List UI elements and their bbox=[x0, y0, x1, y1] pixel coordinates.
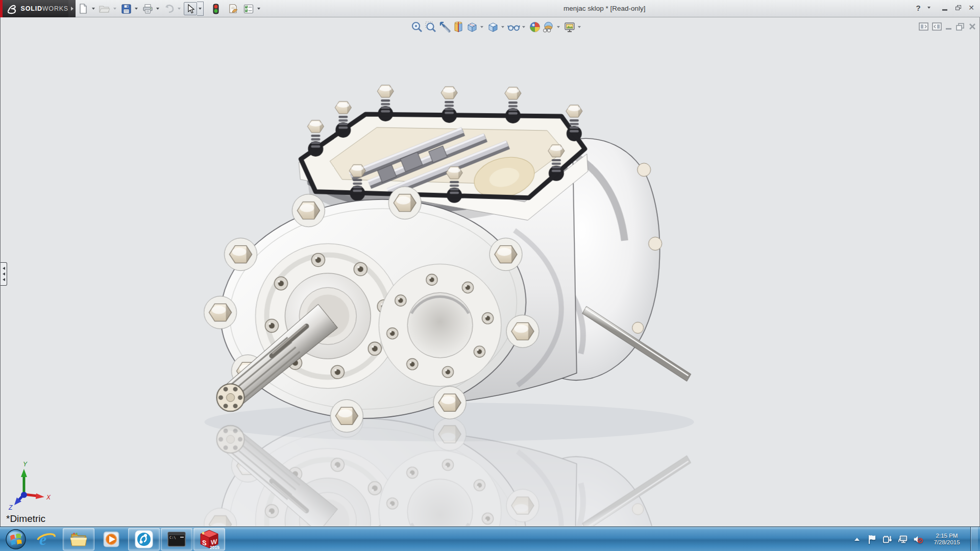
view-orientation-dropdown[interactable] bbox=[479, 20, 485, 34]
edit-appearance-ball-icon bbox=[529, 21, 541, 33]
y-axis-arrow bbox=[21, 469, 27, 477]
standard-toolbar bbox=[77, 1, 263, 16]
media-player-icon bbox=[102, 530, 121, 549]
print-dropdown[interactable] bbox=[154, 2, 161, 15]
taskbar-item-internet-explorer[interactable]: e bbox=[30, 528, 62, 550]
help-dropdown[interactable] bbox=[926, 2, 932, 13]
minimize-button[interactable] bbox=[939, 2, 950, 13]
display-style-dropdown[interactable] bbox=[500, 20, 506, 34]
doc-minimize-button[interactable] bbox=[945, 22, 952, 31]
doc-restore-button[interactable] bbox=[956, 22, 965, 31]
file-properties-button[interactable] bbox=[227, 2, 240, 15]
pane-right-button[interactable] bbox=[932, 22, 942, 31]
undo-icon bbox=[164, 4, 174, 13]
options-checklist-icon bbox=[243, 4, 254, 14]
new-document-button[interactable] bbox=[77, 2, 90, 15]
section-view-icon bbox=[452, 21, 464, 33]
headsup-view-toolbar bbox=[410, 20, 583, 34]
open-dropdown[interactable] bbox=[111, 2, 118, 15]
doc-minimize-icon bbox=[945, 22, 952, 31]
taskbar-item-solidworks[interactable]: S W 2015 bbox=[193, 528, 225, 550]
chevron-left-icon bbox=[3, 267, 5, 270]
share-app-icon bbox=[134, 530, 154, 549]
new-document-dropdown[interactable] bbox=[90, 2, 96, 15]
featuremanager-collapse-tab[interactable] bbox=[1, 262, 7, 286]
show-hidden-icons-button[interactable] bbox=[852, 533, 862, 545]
taskbar-item-command-prompt[interactable]: C:\ bbox=[161, 528, 192, 550]
power-button[interactable] bbox=[883, 533, 893, 545]
previous-view-button[interactable] bbox=[437, 20, 451, 34]
display-style-button[interactable] bbox=[486, 20, 500, 34]
chevron-right-icon bbox=[71, 7, 74, 11]
apply-scene-dropdown[interactable] bbox=[555, 20, 561, 34]
menu-expand-button[interactable] bbox=[68, 0, 76, 17]
help-button[interactable]: ? bbox=[913, 2, 924, 13]
view-settings-dropdown[interactable] bbox=[576, 20, 582, 34]
chevron-up-icon bbox=[854, 538, 860, 541]
y-axis-label: Y bbox=[23, 461, 28, 468]
zoom-to-fit-button[interactable] bbox=[410, 20, 424, 34]
restore-icon bbox=[955, 5, 961, 10]
sw-year-badge: 2015 bbox=[210, 545, 219, 549]
display-style-icon bbox=[487, 21, 499, 33]
system-tray: 2:15 PM 7/28/2015 bbox=[852, 527, 980, 551]
section-view-button[interactable] bbox=[451, 20, 465, 34]
hide-show-items-dropdown[interactable] bbox=[521, 20, 527, 34]
volume-button[interactable] bbox=[913, 533, 923, 545]
gearbox-assembly[interactable] bbox=[204, 85, 691, 432]
view-orientation-icon bbox=[466, 21, 478, 33]
svg-text:e: e bbox=[39, 530, 46, 548]
taskbar-item-media-player[interactable] bbox=[95, 528, 127, 550]
chevron-left-icon bbox=[3, 278, 5, 281]
view-settings-monitor-icon bbox=[564, 21, 576, 33]
zoom-to-area-button[interactable] bbox=[424, 20, 437, 34]
start-button[interactable] bbox=[2, 527, 30, 551]
rebuild-button[interactable] bbox=[209, 2, 223, 15]
save-button[interactable] bbox=[119, 2, 133, 15]
show-desktop-button[interactable] bbox=[970, 527, 978, 551]
console-prompt-text: C:\ bbox=[169, 536, 176, 540]
brand-red-stripe bbox=[0, 0, 3, 17]
3d-model-gearbox[interactable]: Y X Z bbox=[1, 17, 979, 526]
clock-date: 7/28/2015 bbox=[928, 539, 965, 546]
options-button[interactable] bbox=[242, 2, 255, 15]
options-dropdown[interactable] bbox=[255, 2, 262, 15]
restore-button[interactable] bbox=[952, 2, 964, 13]
action-center-flag-icon bbox=[868, 534, 877, 544]
select-button[interactable] bbox=[184, 2, 197, 15]
close-button[interactable]: ✕ bbox=[966, 2, 977, 13]
taskbar-item-windows-explorer[interactable] bbox=[63, 528, 94, 550]
minimize-icon bbox=[942, 9, 947, 11]
chevron-left-icon bbox=[3, 272, 5, 276]
pane-right-icon bbox=[932, 22, 942, 31]
view-settings-button[interactable] bbox=[562, 20, 576, 34]
solidworks-logo[interactable]: SOLIDWORKS bbox=[0, 0, 68, 17]
view-orientation-button[interactable] bbox=[465, 20, 479, 34]
x-axis-arrow bbox=[36, 493, 44, 499]
open-button[interactable] bbox=[98, 2, 111, 15]
command-prompt-icon: C:\ bbox=[167, 531, 186, 547]
hide-show-items-button[interactable] bbox=[507, 20, 521, 34]
new-document-icon bbox=[79, 4, 88, 14]
file-properties-icon bbox=[228, 4, 238, 14]
pane-left-button[interactable] bbox=[919, 22, 928, 31]
tray-clock[interactable]: 2:15 PM 7/28/2015 bbox=[928, 533, 965, 546]
graphics-viewport[interactable]: Y X Z bbox=[0, 17, 980, 527]
edit-appearance-button[interactable] bbox=[528, 20, 542, 34]
select-dropdown[interactable] bbox=[197, 2, 204, 16]
network-icon bbox=[898, 534, 908, 544]
open-folder-icon bbox=[99, 4, 110, 13]
taskbar-item-share-app[interactable] bbox=[128, 528, 160, 550]
print-button[interactable] bbox=[141, 2, 154, 15]
action-center-button[interactable] bbox=[867, 533, 877, 545]
doc-close-button[interactable] bbox=[968, 22, 976, 31]
undo-dropdown[interactable] bbox=[176, 2, 182, 15]
orientation-triad: Y X Z bbox=[8, 461, 51, 511]
document-window-controls bbox=[919, 22, 976, 31]
window-controls: ? ✕ bbox=[913, 2, 977, 13]
apply-scene-button[interactable] bbox=[542, 20, 555, 34]
brand-text: SOLIDWORKS bbox=[21, 5, 68, 12]
undo-button[interactable] bbox=[162, 2, 176, 15]
network-button[interactable] bbox=[898, 533, 908, 545]
save-dropdown[interactable] bbox=[133, 2, 139, 15]
